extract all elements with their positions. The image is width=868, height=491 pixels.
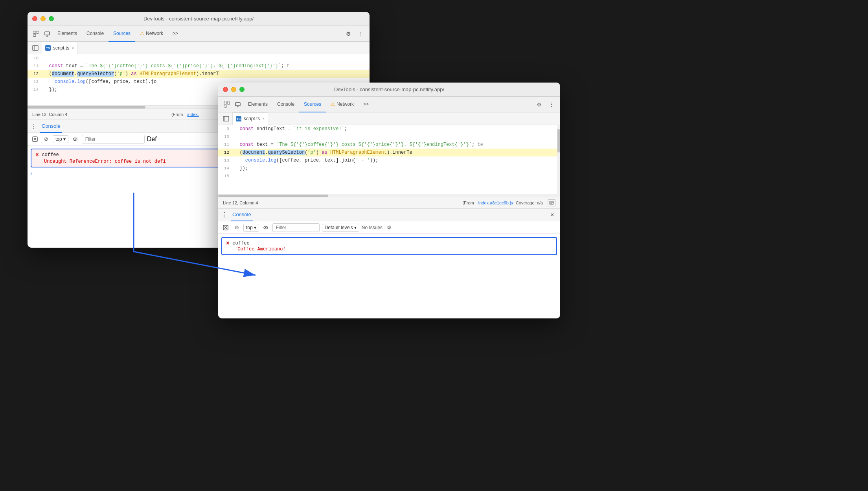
top-selector-1[interactable]: top ▾: [53, 135, 68, 143]
file-tab-script-1[interactable]: TS script.ts ×: [42, 42, 77, 54]
coverage-icon-2[interactable]: [548, 199, 555, 206]
code-line-11-2: 11 const text = `The ${'{'}coffee{'}'} c…: [218, 141, 560, 149]
tab-elements-1[interactable]: Elements: [53, 26, 82, 42]
console-title-1[interactable]: Console: [40, 120, 62, 133]
tab-console-2[interactable]: Console: [272, 97, 299, 112]
chevron-down-icon-1: ▾: [63, 136, 66, 142]
cursor-position-2: Line 12, Column 4: [223, 200, 258, 205]
minimize-button-2[interactable]: [231, 87, 236, 92]
console-toolbar-2: ⊘ top ▾ Default levels ▾ No Issues: [218, 221, 560, 234]
status-coverage-2: Coverage: n/a: [515, 200, 543, 205]
svg-rect-13: [224, 102, 226, 104]
h-scrollbar-thumb-1[interactable]: [28, 106, 145, 108]
code-line-12-1: 12 (document.querySelector('p') as HTMLP…: [28, 70, 370, 78]
file-tab-script-2[interactable]: TS script.ts ×: [232, 112, 268, 125]
svg-rect-6: [33, 46, 38, 50]
eye-icon-2[interactable]: [261, 223, 270, 232]
minimize-button-1[interactable]: [40, 16, 46, 21]
inspect-icon-2[interactable]: [221, 99, 232, 110]
status-from-link-1[interactable]: index.: [187, 112, 199, 117]
code-line-10-1: 10: [28, 54, 370, 62]
devtools-window-2: DevTools - consistent-source-map-pc.netl…: [218, 83, 560, 318]
code-line-11-1: 11 const text = `The ${'{'}coffee{'}'} c…: [28, 62, 370, 70]
settings-icon-1[interactable]: ⚙: [343, 28, 354, 39]
close-button-1[interactable]: [32, 16, 37, 21]
no-circle-icon-2[interactable]: ⊘: [232, 223, 241, 232]
svg-rect-21: [550, 201, 554, 204]
traffic-lights-2: [223, 87, 245, 92]
console-area-2: ⋮ Console × ⊘ top ▾: [218, 208, 560, 318]
sidebar-toggle-1[interactable]: [31, 43, 40, 53]
console-header-2: ⋮ Console ×: [218, 209, 560, 221]
sidebar-toggle-2[interactable]: [221, 114, 231, 123]
v-scrollbar-thumb-2[interactable]: [557, 129, 560, 153]
code-line-13-2: 13 console.log([coffee, price, text].joi…: [218, 156, 560, 164]
tab-network-2[interactable]: ⚠ Network: [326, 97, 359, 112]
status-from-1: [69, 112, 170, 117]
window-title-2: DevTools - consistent-source-map-pc.netl…: [334, 86, 444, 92]
more-vert-icon-1[interactable]: ⋮: [355, 28, 366, 39]
chevron-down-icon-2: ▾: [254, 225, 256, 230]
traffic-lights-1: [32, 16, 54, 21]
close-button-2[interactable]: [223, 87, 228, 92]
more-vert-icon-2[interactable]: ⋮: [546, 99, 557, 110]
default-levels-1: Def: [147, 136, 157, 143]
h-scrollbar-2[interactable]: [218, 194, 560, 197]
no-circle-icon-1[interactable]: ⊘: [42, 135, 50, 143]
tab-sources-2[interactable]: Sources: [299, 97, 326, 112]
h-scrollbar-thumb-2[interactable]: [218, 195, 328, 197]
error-x-icon-1: ×: [35, 152, 39, 158]
file-tab-name-2: script.ts: [244, 116, 260, 121]
svg-rect-15: [224, 105, 226, 107]
clear-console-icon-2[interactable]: [221, 223, 230, 232]
tab-console-1[interactable]: Console: [82, 26, 108, 42]
tab-more-2[interactable]: >>: [359, 97, 373, 112]
device-icon[interactable]: [42, 28, 53, 39]
default-levels-btn-2[interactable]: Default levels ▾: [322, 224, 359, 232]
code-line-14-2: 14 });: [218, 164, 560, 172]
status-from-link-2[interactable]: index.a8c1ec6b.js: [478, 200, 513, 205]
svg-rect-14: [227, 102, 230, 104]
tab-more-1[interactable]: >>: [168, 26, 183, 42]
devtools-tabs-2: Elements Console Sources ⚠ Network >> ⚙ …: [218, 97, 560, 112]
coffee-entry-2: × coffee 'Coffee Americano': [221, 237, 557, 255]
typescript-icon-1: TS: [45, 45, 51, 51]
coffee-header-2: × coffee: [226, 240, 552, 246]
console-title-2[interactable]: Console: [231, 209, 253, 221]
svg-point-12: [74, 138, 75, 140]
filter-input-2[interactable]: [272, 223, 320, 232]
file-tab-close-1[interactable]: ×: [72, 46, 74, 50]
title-bar-1: DevTools - consistent-source-map-pc.netl…: [28, 12, 370, 26]
maximize-button-2[interactable]: [239, 87, 245, 92]
console-menu-dots-1[interactable]: ⋮: [31, 123, 37, 130]
svg-rect-16: [235, 103, 240, 106]
coffee-name-2: coffee: [232, 241, 249, 246]
v-scrollbar-2[interactable]: [557, 125, 560, 194]
tab-elements-2[interactable]: Elements: [243, 97, 272, 112]
svg-rect-2: [33, 34, 36, 37]
top-selector-2[interactable]: top ▾: [243, 224, 259, 232]
filter-input-1[interactable]: [82, 135, 145, 143]
eye-icon-1[interactable]: [71, 135, 79, 143]
dt-settings-2: ⚙ ⋮: [533, 99, 557, 110]
file-tab-close-2[interactable]: ×: [262, 117, 265, 121]
maximize-button-1[interactable]: [49, 16, 54, 21]
file-tabs-bar-2: TS script.ts ×: [218, 112, 560, 125]
error-name-1: coffee: [42, 152, 59, 158]
device-icon-2[interactable]: [232, 99, 243, 110]
settings-icon-2[interactable]: ⚙: [533, 99, 544, 110]
code-line-9-2: 9 const endingText = `it is expensive!`;: [218, 125, 560, 133]
settings-console-icon-2[interactable]: ⚙: [385, 223, 394, 232]
status-from-text-2: (From: [462, 200, 474, 205]
file-tab-name-1: script.ts: [53, 45, 69, 51]
tab-sources-1[interactable]: Sources: [108, 26, 135, 42]
inspect-icon[interactable]: [31, 28, 42, 39]
clear-console-icon-1[interactable]: [31, 135, 39, 143]
window-title-1: DevTools - consistent-source-map-pc.netl…: [143, 16, 254, 22]
network-warn-icon-1: ⚠: [140, 31, 144, 36]
network-warn-icon-2: ⚠: [331, 101, 335, 107]
file-tabs-bar-1: TS script.ts ×: [28, 42, 370, 54]
console-menu-dots-2[interactable]: ⋮: [221, 211, 228, 219]
tab-network-1[interactable]: ⚠ Network: [135, 26, 168, 42]
console-close-button-2[interactable]: ×: [548, 210, 557, 220]
